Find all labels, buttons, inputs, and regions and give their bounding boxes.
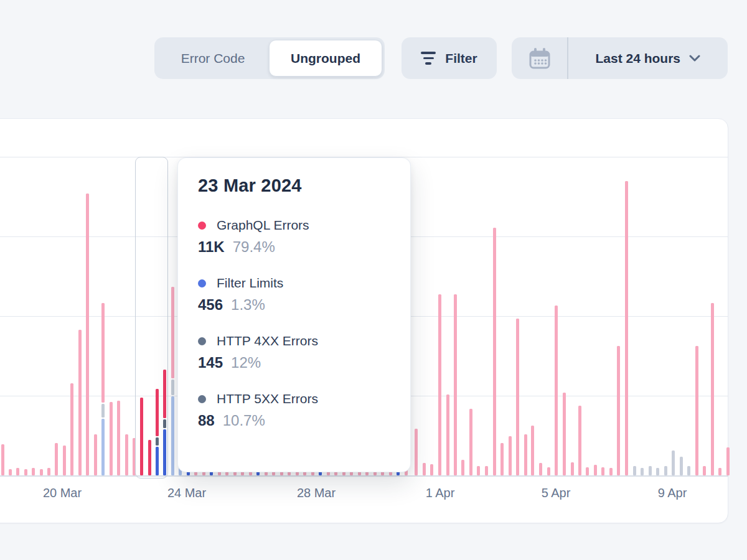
chart-bar[interactable] [47, 468, 50, 475]
chart-bar[interactable] [571, 462, 574, 475]
calendar-icon-button[interactable] [512, 37, 567, 79]
chart-bar[interactable] [55, 443, 58, 475]
selected-day-highlight[interactable] [135, 157, 168, 478]
chart-bar[interactable] [711, 303, 714, 475]
chart-bar[interactable] [687, 466, 690, 475]
chart-bar[interactable] [70, 383, 73, 475]
chart-bar[interactable] [454, 294, 457, 475]
chart-bar[interactable] [500, 443, 504, 475]
chart-bar[interactable] [24, 469, 27, 475]
chart-bar[interactable] [578, 406, 581, 475]
bar-segment-graphql-errors-dimmed [563, 393, 566, 475]
chart-bar[interactable] [469, 409, 472, 475]
bar-segment-graphql-errors-dimmed [586, 467, 589, 475]
chart-bar[interactable] [633, 466, 636, 475]
chart-bar[interactable] [32, 468, 35, 475]
bar-segment-graphql-errors-dimmed [477, 466, 480, 475]
tooltip-entry-value: 88 [198, 412, 215, 429]
chart-bar[interactable] [617, 346, 620, 475]
chart-bar[interactable] [63, 446, 66, 475]
calendar-icon [528, 47, 552, 70]
bar-segment-http-errors-other [656, 468, 659, 475]
chart-bar[interactable] [641, 468, 644, 475]
chart-bar[interactable] [726, 447, 730, 475]
chart-bar[interactable] [430, 464, 433, 475]
filter-lines-icon [421, 52, 436, 65]
tooltip-entry-filter-limits: Filter Limits 456 1.3% [198, 276, 390, 314]
chart-bar[interactable] [695, 346, 698, 475]
tab-ungrouped[interactable]: Ungrouped [269, 40, 382, 77]
chart-bar[interactable] [555, 306, 558, 475]
chart-bar[interactable] [493, 228, 496, 475]
chart-bar[interactable] [110, 402, 113, 475]
chart-bar[interactable] [16, 468, 19, 475]
grouping-segmented-control: Error Code Ungrouped [154, 37, 385, 79]
chart-bar[interactable] [446, 394, 449, 475]
bar-segment-graphql-errors-dimmed [578, 406, 581, 475]
chart-bar[interactable] [40, 469, 43, 475]
chart-bar[interactable] [171, 287, 174, 475]
chart-bar[interactable] [649, 466, 652, 475]
chart-tooltip: 23 Mar 2024 GraphQL Errors 11K 79.4% Fil… [177, 157, 411, 472]
tooltip-entry-http-4xx: HTTP 4XX Errors 145 12% [198, 334, 390, 371]
chart-bar[interactable] [516, 319, 519, 475]
date-range-label: Last 24 hours [595, 51, 680, 66]
chart-bar[interactable] [563, 393, 566, 475]
bar-segment-http-errors-other [633, 466, 636, 475]
chart-bar[interactable] [547, 467, 550, 475]
chart-bar[interactable] [101, 303, 105, 475]
date-range-selector[interactable]: Last 24 hours [568, 51, 728, 66]
tooltip-entry-label: HTTP 4XX Errors [217, 334, 318, 348]
chart-bar[interactable] [531, 426, 534, 475]
tooltip-entry-value: 145 [198, 354, 223, 371]
tooltip-entry-percent: 79.4% [233, 238, 275, 256]
chart-bar[interactable] [9, 469, 12, 475]
x-axis-tick-label: 20 Mar [43, 486, 82, 500]
chart-bar[interactable] [438, 294, 441, 475]
chart-bar[interactable] [539, 463, 542, 475]
bar-segment-graphql-errors-dimmed [516, 319, 519, 475]
chart-bar[interactable] [94, 434, 97, 475]
chart-bar[interactable] [524, 434, 527, 475]
bar-segment-graphql-errors-dimmed [547, 467, 550, 475]
chart-bar[interactable] [672, 450, 675, 475]
x-axis-tick-label: 9 Apr [658, 486, 687, 500]
filter-button[interactable]: Filter [402, 37, 497, 79]
bar-segment-graphql-errors-dimmed [703, 466, 706, 475]
chart-bar[interactable] [594, 465, 597, 475]
bar-segment-graphql-errors-dimmed [9, 469, 12, 475]
bar-segment-graphql-errors-dimmed [726, 447, 730, 475]
bar-segment-http-errors-other [687, 466, 690, 475]
bar-segment-graphql-errors-dimmed [110, 402, 113, 475]
chart-bar[interactable] [586, 467, 589, 475]
chart-bar[interactable] [625, 181, 628, 475]
chart-bar[interactable] [664, 466, 667, 475]
chart-bar[interactable] [656, 468, 659, 475]
chart-bar[interactable] [718, 468, 721, 475]
date-range-button[interactable]: Last 24 hours [512, 37, 728, 79]
chart-bar[interactable] [1, 444, 4, 475]
chart-bar[interactable] [423, 463, 426, 475]
bar-segment-http-errors-other [664, 466, 667, 475]
chart-bar[interactable] [680, 457, 683, 475]
chart-bar[interactable] [461, 460, 464, 475]
chart-bar[interactable] [609, 468, 613, 475]
chart-bar[interactable] [86, 194, 89, 475]
tooltip-entry-label: Filter Limits [217, 276, 283, 291]
bar-segment-graphql-errors-dimmed [594, 465, 597, 475]
bar-segment-graphql-errors-dimmed [40, 469, 43, 475]
chart-bar[interactable] [477, 466, 480, 475]
chart-bar[interactable] [601, 467, 604, 475]
bar-segment-graphql-errors-dimmed [571, 462, 574, 475]
tooltip-entry-graphql: GraphQL Errors 11K 79.4% [198, 218, 390, 256]
page-background: 20 Mar24 Mar28 Mar1 Apr5 Apr9 Apr 23 Mar… [0, 0, 747, 560]
tab-error-code[interactable]: Error Code [157, 40, 269, 77]
chart-bar[interactable] [703, 466, 706, 475]
chart-bar[interactable] [125, 434, 128, 475]
chart-bar[interactable] [509, 436, 512, 475]
chart-bar[interactable] [415, 429, 418, 475]
chart-bar[interactable] [78, 330, 82, 475]
chart-bar[interactable] [117, 401, 120, 475]
tooltip-entry-label: GraphQL Errors [217, 218, 309, 233]
chart-bar[interactable] [485, 466, 488, 475]
